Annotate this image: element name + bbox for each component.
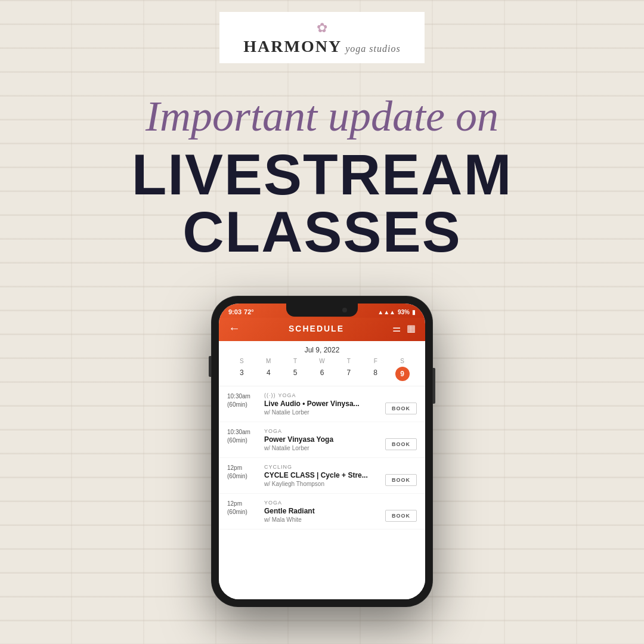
brand-subtext: yoga studios bbox=[345, 44, 400, 54]
phone-screen: 9:03 72° ▲▲▲ 93% ▮ ← SCHEDULE ⚌ bbox=[219, 304, 425, 599]
schedule-category: YOGA bbox=[264, 428, 379, 434]
day-header-w: W bbox=[309, 358, 336, 364]
schedule-class-name: Gentle Radiant bbox=[264, 507, 379, 515]
day-header-t2: T bbox=[335, 358, 362, 364]
calendar-day-8[interactable]: 8 bbox=[362, 367, 389, 381]
category-label: YOGA bbox=[264, 428, 282, 434]
calendar-day-5[interactable]: 5 bbox=[282, 367, 309, 381]
time-value: 12pm bbox=[227, 500, 242, 507]
category-label: CYCLING bbox=[264, 464, 292, 470]
schedule-item: 10:30am (60min) YOGA Power Vinyasa Yoga … bbox=[219, 422, 425, 458]
schedule-class-name: Live Audio • Power Vinysa... bbox=[264, 400, 379, 408]
schedule-item: 12pm (60min) YOGA Gentle Radiant w/ Mala… bbox=[219, 494, 425, 530]
schedule-time: 10:30am (60min) bbox=[227, 392, 258, 416]
schedule-time: 10:30am (60min) bbox=[227, 428, 258, 451]
calendar-day-4[interactable]: 4 bbox=[255, 367, 282, 381]
bold-headline: LIVESTREAM CLASSES bbox=[0, 146, 644, 261]
schedule-instructor: w/ Natalie Lorber bbox=[264, 445, 379, 451]
day-header-s: S bbox=[228, 358, 255, 364]
calendar-day-9-selected[interactable]: 9 bbox=[395, 367, 410, 381]
logo-container: ✿ HARMONY yoga studios bbox=[219, 12, 424, 63]
calendar-days-header: S M T W T F S bbox=[228, 358, 416, 364]
duration-value: (60min) bbox=[227, 401, 247, 408]
book-button[interactable]: BOOK bbox=[385, 474, 417, 486]
calendar-date: Jul 9, 2022 bbox=[228, 346, 416, 354]
schedule-instructor: w/ Natalie Lorber bbox=[264, 409, 379, 416]
schedule-instructor: w/ Mala White bbox=[264, 516, 379, 523]
schedule-details: YOGA Gentle Radiant w/ Mala White bbox=[264, 500, 379, 523]
camera-dot bbox=[342, 308, 347, 312]
book-button[interactable]: BOOK bbox=[385, 402, 417, 414]
back-button[interactable]: ← bbox=[228, 321, 240, 335]
script-headline: Important update on bbox=[0, 93, 644, 140]
live-icon: ((·)) bbox=[264, 392, 276, 398]
schedule-category: CYCLING bbox=[264, 464, 379, 470]
calendar-days: 3 4 5 6 7 8 9 bbox=[228, 367, 416, 381]
nav-bar: ← SCHEDULE ⚌ ▦ bbox=[219, 318, 425, 341]
time-value: 12pm bbox=[227, 465, 242, 471]
day-header-m: M bbox=[255, 358, 282, 364]
headline-area: Important update on LIVESTREAM CLASSES bbox=[0, 93, 644, 261]
schedule-category: YOGA bbox=[264, 500, 379, 506]
book-button[interactable]: BOOK bbox=[385, 438, 417, 450]
schedule-item: 12pm (60min) CYCLING CYCLE CLASS | Cycle… bbox=[219, 458, 425, 494]
category-label: YOGA bbox=[264, 500, 282, 506]
schedule-item: 10:30am (60min) ((·)) YOGA Live Audio • … bbox=[219, 386, 425, 422]
duration-value: (60min) bbox=[227, 509, 247, 515]
calendar-day-6[interactable]: 6 bbox=[309, 367, 336, 381]
status-right: ▲▲▲ 93% ▮ bbox=[377, 309, 416, 315]
time-value: 10:30am bbox=[227, 429, 250, 435]
nav-title: SCHEDULE bbox=[289, 324, 344, 333]
status-temp: 72° bbox=[244, 308, 254, 315]
duration-value: (60min) bbox=[227, 437, 247, 444]
signal-icon: ▲▲▲ bbox=[377, 309, 395, 315]
phone-body: 9:03 72° ▲▲▲ 93% ▮ ← SCHEDULE ⚌ bbox=[212, 296, 432, 606]
category-label: YOGA bbox=[278, 392, 296, 398]
schedule-class-name: CYCLE CLASS | Cycle + Stre... bbox=[264, 471, 379, 479]
schedule-details: YOGA Power Vinyasa Yoga w/ Natalie Lorbe… bbox=[264, 428, 379, 451]
schedule-list: 10:30am (60min) ((·)) YOGA Live Audio • … bbox=[219, 386, 425, 599]
schedule-details: ((·)) YOGA Live Audio • Power Vinysa... … bbox=[264, 392, 379, 416]
battery-icon: ▮ bbox=[412, 309, 416, 315]
logo-text: HARMONY yoga studios bbox=[243, 37, 400, 56]
status-left: 9:03 72° bbox=[228, 308, 254, 315]
battery-pct: 93% bbox=[398, 309, 410, 315]
calendar-day-3[interactable]: 3 bbox=[228, 367, 255, 381]
nav-icons: ⚌ ▦ bbox=[392, 323, 416, 334]
day-header-t1: T bbox=[282, 358, 309, 364]
day-header-s2: S bbox=[389, 358, 416, 364]
brand-name: HARMONY bbox=[243, 37, 342, 56]
schedule-time: 12pm (60min) bbox=[227, 500, 258, 523]
calendar-day-7[interactable]: 7 bbox=[335, 367, 362, 381]
time-value: 10:30am bbox=[227, 393, 250, 400]
lotus-icon: ✿ bbox=[317, 20, 327, 36]
schedule-time: 12pm (60min) bbox=[227, 464, 258, 487]
duration-value: (60min) bbox=[227, 473, 247, 479]
schedule-class-name: Power Vinyasa Yoga bbox=[264, 435, 379, 444]
status-time: 9:03 bbox=[228, 308, 242, 315]
schedule-instructor: w/ Kayliegh Thompson bbox=[264, 481, 379, 487]
filter-icon[interactable]: ⚌ bbox=[392, 323, 401, 334]
phone-notch bbox=[286, 304, 358, 317]
calendar-section: Jul 9, 2022 S M T W T F S 3 4 5 6 bbox=[219, 341, 425, 386]
book-button[interactable]: BOOK bbox=[385, 510, 417, 522]
day-header-f: F bbox=[362, 358, 389, 364]
schedule-details: CYCLING CYCLE CLASS | Cycle + Stre... w/… bbox=[264, 464, 379, 487]
phone-mockup: 9:03 72° ▲▲▲ 93% ▮ ← SCHEDULE ⚌ bbox=[212, 296, 432, 606]
schedule-category: ((·)) YOGA bbox=[264, 392, 379, 398]
calendar-icon[interactable]: ▦ bbox=[407, 323, 416, 334]
main-content: ✿ HARMONY yoga studios Important update … bbox=[0, 0, 644, 644]
